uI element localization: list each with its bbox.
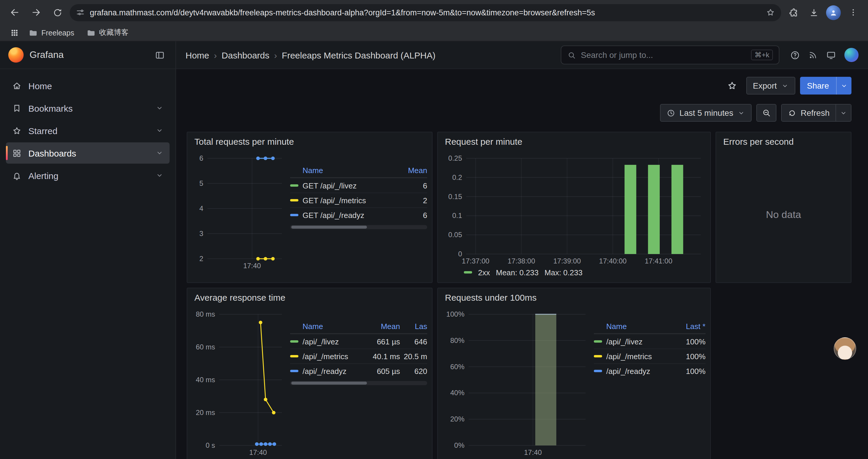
panel-requests-under-100ms: Requests under 100ms 100%80%60%40%20%0%1… bbox=[437, 288, 711, 459]
share-button[interactable]: Share bbox=[800, 77, 836, 95]
search-icon bbox=[567, 51, 576, 59]
line-chart[interactable]: 80 ms60 ms40 ms20 ms0 s17:40 bbox=[192, 308, 286, 457]
legend-table: NameMeanLas/api/_/livez661 µs646/api/_/m… bbox=[290, 319, 427, 378]
back-button[interactable] bbox=[6, 4, 24, 21]
sidebar-item-home[interactable]: Home bbox=[6, 75, 169, 96]
series-name[interactable]: /api/_/livez bbox=[606, 337, 643, 346]
brand-title: Grafana bbox=[30, 50, 146, 60]
series-name[interactable]: /api/_/metrics bbox=[606, 352, 652, 361]
favorite-dashboard-button[interactable] bbox=[723, 76, 742, 95]
series-name[interactable]: /api/_/metrics bbox=[303, 352, 348, 361]
line-chart[interactable]: 6543217:40 bbox=[192, 153, 286, 270]
legend-column-header[interactable]: Last * bbox=[675, 322, 706, 330]
forward-button[interactable] bbox=[27, 4, 45, 21]
legend-value: 20.5 m bbox=[400, 352, 427, 361]
zoom-out-icon bbox=[762, 108, 771, 118]
panel-header[interactable]: Requests under 100ms bbox=[438, 288, 710, 307]
bookmark-item-blog[interactable]: 收藏博客 bbox=[81, 26, 133, 40]
panel-header[interactable]: Request per minute bbox=[438, 132, 710, 151]
refresh-interval-button[interactable] bbox=[836, 104, 851, 121]
search-input[interactable] bbox=[581, 50, 746, 60]
downloads-button[interactable] bbox=[805, 4, 823, 21]
series-name[interactable]: /api/_/readyz bbox=[303, 366, 346, 375]
user-avatar[interactable] bbox=[844, 48, 859, 62]
share-menu-button[interactable] bbox=[836, 77, 851, 95]
series-color-dash bbox=[594, 355, 602, 357]
bookmark-item-freeleaps[interactable]: Freeleaps bbox=[24, 26, 79, 39]
url-input[interactable] bbox=[90, 8, 761, 17]
export-button[interactable]: Export bbox=[746, 77, 795, 95]
dock-sidebar-button[interactable] bbox=[152, 47, 167, 63]
url-bar[interactable] bbox=[70, 4, 781, 21]
legend-row: /api/_/livez661 µs646 bbox=[290, 334, 427, 349]
legend-column-header[interactable]: Name bbox=[290, 166, 397, 174]
time-range-picker[interactable]: Last 5 minutes bbox=[660, 104, 752, 122]
legend-scrollbar[interactable] bbox=[290, 381, 427, 385]
extensions-button[interactable] bbox=[785, 4, 802, 21]
browser-profile-avatar[interactable] bbox=[826, 5, 841, 20]
series-name[interactable]: /api/_/readyz bbox=[606, 366, 650, 375]
zoom-out-button[interactable] bbox=[756, 104, 776, 122]
svg-text:40%: 40% bbox=[450, 389, 464, 397]
legend-column-header[interactable]: Name bbox=[290, 322, 363, 330]
legend-table: NameMeanGET /api/_/livez6GET /api/_/metr… bbox=[290, 163, 427, 222]
chevron-down-icon[interactable] bbox=[155, 149, 164, 157]
chevron-down-icon bbox=[737, 109, 745, 117]
chevron-down-icon[interactable] bbox=[155, 126, 164, 135]
sidebar-item-bookmarks[interactable]: Bookmarks bbox=[6, 97, 169, 119]
panel-header[interactable]: Errors per second bbox=[716, 132, 851, 151]
series-color-dash bbox=[594, 370, 602, 372]
series-name[interactable]: GET /api/_/readyz bbox=[303, 210, 364, 220]
series-color-dash bbox=[290, 355, 299, 357]
legend-scrollbar[interactable] bbox=[290, 225, 427, 229]
kebab-menu-icon bbox=[848, 8, 858, 17]
panel-request-per-minute: Request per minute 0.250.20.150.10.05017… bbox=[437, 132, 711, 283]
chevron-down-icon[interactable] bbox=[155, 104, 164, 112]
scrollbar-thumb[interactable] bbox=[291, 226, 367, 229]
breadcrumb-home[interactable]: Home bbox=[186, 50, 209, 60]
sidebar-item-starred[interactable]: Starred bbox=[6, 120, 169, 141]
bookmark-star-icon[interactable] bbox=[766, 8, 775, 17]
arrow-right-icon bbox=[31, 7, 41, 18]
scrollbar-thumb[interactable] bbox=[291, 382, 367, 385]
svg-text:17:41:00: 17:41:00 bbox=[645, 257, 672, 265]
site-settings-icon[interactable] bbox=[75, 8, 85, 17]
person-icon bbox=[829, 8, 838, 17]
app-header: Home › Dashboards › Freeleaps Metrics Da… bbox=[176, 41, 868, 69]
sidebar-item-label: Dashboards bbox=[28, 148, 149, 158]
apps-grid-button[interactable] bbox=[7, 26, 21, 40]
series-name[interactable]: GET /api/_/livez bbox=[303, 181, 356, 190]
legend-value: 646 bbox=[400, 337, 427, 346]
series-color-dash bbox=[290, 214, 299, 216]
series-name[interactable]: GET /api/_/metrics bbox=[303, 196, 366, 205]
chevron-down-icon[interactable] bbox=[155, 171, 164, 179]
legend-max: Max: 0.233 bbox=[545, 268, 583, 277]
bar-chart[interactable]: 100%80%60%40%20%0%17:40 bbox=[442, 308, 590, 457]
reload-button[interactable] bbox=[49, 4, 66, 21]
series-name[interactable]: /api/_/livez bbox=[303, 337, 339, 346]
refresh-button[interactable]: Refresh bbox=[782, 104, 836, 121]
help-button[interactable] bbox=[790, 50, 800, 60]
legend-column-header[interactable]: Name bbox=[594, 322, 675, 330]
sidebar-item-label: Bookmarks bbox=[28, 103, 149, 113]
news-button[interactable] bbox=[808, 50, 818, 60]
dashboard-row-1: Total requests per minute 6543217:40 Nam… bbox=[187, 132, 851, 283]
kiosk-button[interactable] bbox=[826, 50, 836, 60]
chevron-down-icon bbox=[840, 109, 847, 117]
legend-column-header[interactable]: Mean bbox=[397, 166, 427, 174]
legend-column-header[interactable]: Mean bbox=[363, 322, 400, 330]
breadcrumb-dashboards[interactable]: Dashboards bbox=[222, 50, 270, 60]
search-box[interactable]: ⌘+k bbox=[561, 45, 779, 64]
sidebar-item-alerting[interactable]: Alerting bbox=[6, 165, 169, 186]
sidebar-item-dashboards[interactable]: Dashboards bbox=[6, 142, 169, 164]
series-name[interactable]: 2xx bbox=[478, 268, 490, 277]
panel-header[interactable]: Total requests per minute bbox=[187, 132, 432, 151]
legend-column-header[interactable]: Las bbox=[400, 322, 427, 330]
browser-menu-button[interactable] bbox=[844, 4, 862, 21]
grafana-logo[interactable] bbox=[8, 47, 24, 63]
panel-header[interactable]: Average response time bbox=[187, 288, 432, 307]
svg-text:3: 3 bbox=[199, 230, 203, 237]
bar-chart[interactable]: 0.250.20.150.10.05017:37:0017:38:0017:39… bbox=[442, 153, 706, 266]
floating-avatar-overlay[interactable] bbox=[834, 337, 856, 360]
legend-value: 2 bbox=[397, 196, 427, 205]
